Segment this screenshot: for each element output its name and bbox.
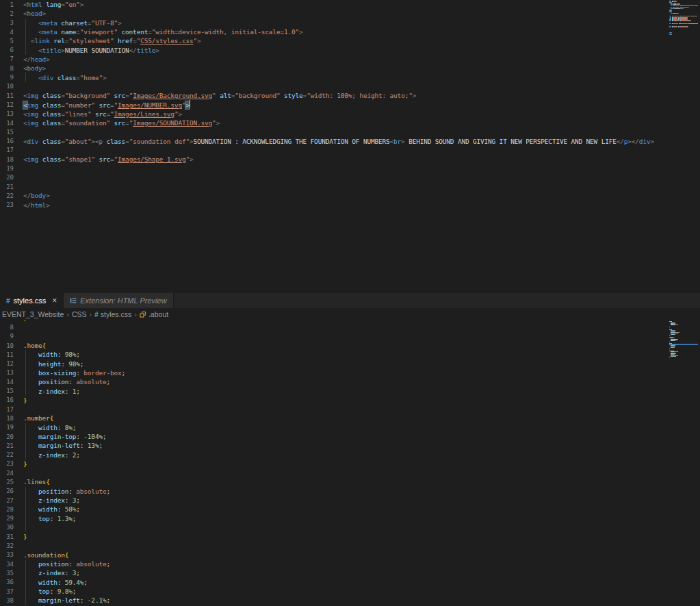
code-line[interactable]: 10: [0, 82, 700, 91]
breadcrumb-item-styles-css[interactable]: #styles.css: [94, 310, 131, 318]
line-number[interactable]: 18: [0, 156, 14, 163]
code-line[interactable]: 9 <div class="home">: [0, 73, 700, 81]
line-number[interactable]: 23: [0, 460, 14, 467]
line-number[interactable]: 33: [0, 551, 14, 558]
code-line[interactable]: 32: [0, 541, 700, 550]
code-line[interactable]: 2<head>: [0, 9, 700, 18]
line-number[interactable]: 16: [0, 138, 14, 144]
code-line[interactable]: 22 z-index: 2;: [0, 450, 700, 459]
code-line[interactable]: 26 position: absolute;: [0, 487, 700, 496]
code-line[interactable]: 13<img class="lines" src="Images/Lines.s…: [0, 110, 700, 118]
line-number[interactable]: 11: [0, 92, 14, 99]
code-line[interactable]: 35 z-index: 3;: [0, 568, 700, 577]
css-code-area[interactable]: 7}8910.home{11 width: 98%;12 height: 98%…: [0, 320, 700, 605]
line-number[interactable]: 17: [0, 147, 14, 153]
line-number[interactable]: 36: [0, 579, 14, 585]
code-line[interactable]: 29 top: 1.3%;: [0, 514, 700, 523]
line-number[interactable]: 32: [0, 542, 14, 549]
line-number[interactable]: 1: [0, 1, 14, 8]
close-tab-icon[interactable]: ×: [52, 296, 57, 305]
line-number[interactable]: 10: [0, 83, 14, 90]
code-line[interactable]: 14 position: absolute;: [0, 377, 700, 386]
code-line[interactable]: 11<img class="background" src="Images/Ba…: [0, 91, 700, 100]
code-line[interactable]: 34 position: absolute;: [0, 559, 700, 568]
code-line[interactable]: 23</html>: [0, 201, 700, 210]
code-line[interactable]: 15 z-index: 1;: [0, 386, 700, 395]
line-number[interactable]: 22: [0, 451, 14, 458]
line-number[interactable]: 6: [0, 47, 14, 53]
code-line[interactable]: 18.number{: [0, 414, 700, 422]
code-line[interactable]: 12<img class="number" src="Images/NUMBER…: [0, 100, 700, 109]
line-number[interactable]: 9: [0, 333, 14, 340]
code-line[interactable]: 25.lines{: [0, 477, 700, 486]
code-line[interactable]: 13 box-sizing: border-box;: [0, 368, 700, 377]
line-number[interactable]: 8: [0, 65, 14, 72]
line-number[interactable]: 4: [0, 29, 14, 36]
code-line[interactable]: 16<div class="about"><p class="soundatio…: [0, 136, 700, 145]
line-number[interactable]: 20: [0, 433, 14, 440]
line-number[interactable]: 37: [0, 588, 14, 595]
line-number[interactable]: 31: [0, 533, 14, 540]
code-line[interactable]: 20 margin-top: -104%;: [0, 432, 700, 441]
line-number[interactable]: 15: [0, 388, 14, 394]
line-number[interactable]: 35: [0, 570, 14, 577]
line-number[interactable]: 8: [0, 324, 14, 331]
code-line[interactable]: 5 <link rel="stylesheet" href="CSS/style…: [0, 36, 700, 45]
line-number[interactable]: 5: [0, 38, 14, 45]
code-line[interactable]: 8<body>: [0, 64, 700, 73]
line-number[interactable]: 13: [0, 369, 14, 376]
code-line[interactable]: 22</body>: [0, 191, 700, 200]
code-line[interactable]: 18<img class="shape1" src="Images/Shape_…: [0, 155, 700, 164]
line-number[interactable]: 14: [0, 379, 14, 386]
code-line[interactable]: 4 <meta name="viewport" content="width=d…: [0, 27, 700, 36]
line-number[interactable]: 23: [0, 201, 14, 208]
tab-styles-css[interactable]: #styles.css×: [0, 293, 64, 308]
line-number[interactable]: 15: [0, 129, 14, 136]
code-line[interactable]: 14<img class="soundation" src="Images/SO…: [0, 118, 700, 127]
line-number[interactable]: 38: [0, 597, 14, 604]
code-line[interactable]: 37 top: 9.8%;: [0, 587, 700, 596]
line-number[interactable]: 14: [0, 120, 14, 127]
code-line[interactable]: 19 width: 8%;: [0, 423, 700, 432]
code-line[interactable]: 11 width: 98%;: [0, 350, 700, 359]
code-line[interactable]: 7</head>: [0, 55, 700, 64]
code-line[interactable]: 15: [0, 127, 700, 136]
code-line[interactable]: 16}: [0, 396, 700, 405]
line-number[interactable]: 7: [0, 55, 14, 62]
code-line[interactable]: 17: [0, 146, 700, 155]
tab-extension-html-preview[interactable]: Extension: HTML Preview: [64, 293, 173, 308]
line-number[interactable]: 3: [0, 19, 14, 26]
line-number[interactable]: 26: [0, 488, 14, 494]
code-line[interactable]: 10.home{: [0, 341, 700, 350]
code-line[interactable]: 19: [0, 164, 700, 173]
line-number[interactable]: 12: [0, 360, 14, 367]
code-line[interactable]: 36 width: 59.4%;: [0, 578, 700, 587]
code-line[interactable]: 38 margin-left: -2.1%;: [0, 596, 700, 605]
line-number[interactable]: 25: [0, 479, 14, 485]
breadcrumb-item-css[interactable]: CSS: [72, 310, 87, 318]
bottom-minimap[interactable]: [669, 321, 698, 358]
line-number[interactable]: 13: [0, 110, 14, 117]
code-line[interactable]: 12 height: 98%;: [0, 359, 700, 368]
line-number[interactable]: 9: [0, 74, 14, 81]
line-number[interactable]: 30: [0, 524, 14, 531]
line-number[interactable]: 12: [0, 101, 14, 108]
code-line[interactable]: 17: [0, 405, 700, 414]
line-number[interactable]: 20: [0, 174, 14, 181]
line-number[interactable]: 27: [0, 497, 14, 504]
line-number[interactable]: 24: [0, 470, 14, 477]
code-line[interactable]: 21: [0, 182, 700, 191]
code-line[interactable]: 6 <title>NUMBER SOUNDATION</title>: [0, 45, 700, 54]
code-line[interactable]: 23}: [0, 459, 700, 468]
line-number[interactable]: 34: [0, 561, 14, 568]
line-number[interactable]: 17: [0, 406, 14, 413]
line-number[interactable]: 21: [0, 184, 14, 190]
code-line[interactable]: 31}: [0, 532, 700, 541]
code-line[interactable]: 3 <meta charset="UTF-8">: [0, 18, 700, 27]
code-line[interactable]: 20: [0, 173, 700, 182]
line-number[interactable]: 11: [0, 351, 14, 358]
line-number[interactable]: 19: [0, 165, 14, 172]
line-number[interactable]: 7: [0, 320, 14, 322]
css-editor-pane[interactable]: 7}8910.home{11 width: 98%;12 height: 98%…: [0, 320, 700, 606]
line-number[interactable]: 29: [0, 515, 14, 522]
